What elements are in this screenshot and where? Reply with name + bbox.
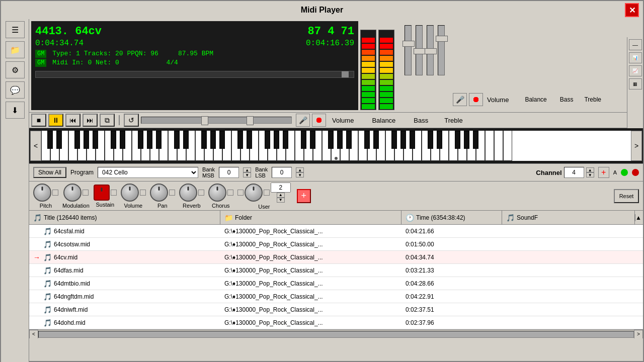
treble-slider-thumb[interactable] [436, 36, 448, 42]
white-key-46[interactable] [458, 131, 467, 161]
white-key-37[interactable] [376, 131, 385, 161]
transport-mic-button[interactable]: 🎤 [296, 114, 310, 127]
white-key-14[interactable] [168, 131, 177, 161]
white-key-5[interactable] [87, 131, 96, 161]
rs-btn4[interactable]: ▦ [629, 78, 642, 89]
white-key-24[interactable] [259, 131, 268, 161]
white-key-23[interactable] [250, 131, 259, 161]
white-key-29[interactable] [304, 131, 313, 161]
add-knob-button[interactable]: + [297, 189, 311, 203]
white-key-47[interactable] [467, 131, 476, 161]
bank-msb-input[interactable] [219, 167, 239, 178]
pitch-btn[interactable] [52, 190, 58, 196]
modulation-btn[interactable] [83, 190, 89, 196]
title-column-header[interactable]: 🎵 Title (126440 items) [29, 211, 220, 224]
file-row[interactable]: 🎵 64dniwft.mid G:\♦130000_Pop_Rock_Class… [29, 303, 643, 316]
white-key-12[interactable] [150, 131, 159, 161]
time-column-header[interactable]: 🕐 Time (6354:38:42) [401, 211, 502, 224]
white-key-41[interactable] [413, 131, 422, 161]
pause-button[interactable]: ⏸ [48, 114, 63, 127]
repeat-button[interactable]: ↺ [124, 114, 139, 127]
bank-msb-up[interactable]: ▲ [243, 167, 251, 172]
mic-button[interactable]: 🎤 [453, 93, 467, 106]
white-key-19[interactable] [213, 131, 222, 161]
file-row[interactable]: → 🎵 64cv.mid G:\♦130000_Pop_Rock_Classic… [29, 251, 643, 264]
white-key-49[interactable] [485, 131, 494, 161]
position-slider[interactable] [141, 117, 292, 124]
sidebar-download-btn[interactable]: ⬇ [6, 102, 25, 119]
bass-slider-thumb[interactable] [425, 48, 437, 54]
treble-slider[interactable] [438, 25, 445, 75]
volume-slider[interactable] [405, 25, 412, 75]
file-row[interactable]: 🎵 64csotsw.mid G:\♦130000_Pop_Rock_Class… [29, 238, 643, 251]
white-key-11[interactable] [141, 131, 150, 161]
pan-btn[interactable] [169, 190, 175, 196]
loop-button[interactable]: ⧉ [100, 114, 115, 127]
white-key-40[interactable] [404, 131, 413, 161]
white-key-7[interactable] [105, 131, 114, 161]
user-knob-btn[interactable] [264, 190, 270, 196]
balance-slider[interactable] [416, 25, 423, 75]
sidebar-menu-btn[interactable]: ☰ [6, 21, 25, 38]
pan-knob[interactable] [150, 184, 168, 202]
white-key-28[interactable] [295, 131, 304, 161]
white-key-30[interactable] [313, 131, 322, 161]
white-key-44[interactable] [440, 131, 449, 161]
stop-button[interactable]: ■ [31, 114, 46, 127]
white-key-33[interactable] [340, 131, 349, 161]
rs-btn1[interactable]: — [629, 39, 642, 50]
sidebar-settings-btn[interactable]: ⚙ [6, 61, 25, 78]
user-value-input[interactable]: 2 [271, 183, 291, 193]
piano-right-btn[interactable]: > [631, 131, 642, 161]
progress-bar[interactable] [35, 71, 354, 78]
pitch-knob[interactable] [33, 184, 51, 202]
white-key-51[interactable] [503, 131, 512, 161]
file-row[interactable]: 🎵 64dohd.mid G:\♦130000_Pop_Rock_Classic… [29, 316, 643, 329]
piano-left-btn[interactable]: < [30, 131, 41, 161]
channel-up[interactable]: ▲ [586, 167, 594, 172]
white-key-43[interactable] [431, 131, 440, 161]
file-row[interactable]: 🎵 64dfas.mid G:\♦130000_Pop_Rock_Classic… [29, 264, 643, 277]
bass-slider[interactable] [427, 25, 434, 75]
piano-keys[interactable] [41, 131, 631, 161]
volume-knob[interactable] [121, 184, 139, 202]
white-key-38[interactable] [385, 131, 394, 161]
volume-slider-thumb[interactable] [403, 41, 415, 47]
white-key-26[interactable] [277, 131, 286, 161]
close-button[interactable]: ✕ [625, 3, 639, 17]
volume-knob-btn[interactable] [140, 190, 146, 196]
white-key-13[interactable] [159, 131, 168, 161]
reverb-knob[interactable] [179, 184, 197, 202]
white-key-34[interactable] [349, 131, 358, 161]
white-key-32[interactable] [331, 131, 340, 161]
white-key-8[interactable] [114, 131, 123, 161]
add-instrument-button[interactable]: + [598, 167, 609, 178]
white-key-27[interactable] [286, 131, 295, 161]
white-key-31[interactable] [322, 131, 331, 161]
white-key-25[interactable] [268, 131, 277, 161]
channel-input[interactable] [564, 167, 584, 178]
white-key-45[interactable] [449, 131, 458, 161]
chorus-btn[interactable] [227, 190, 233, 196]
sf-column-header[interactable]: 🎵 SoundF [502, 211, 635, 224]
bank-lsb-up[interactable]: ▲ [296, 167, 304, 172]
user-knob[interactable] [245, 184, 263, 202]
hscroll-left-btn[interactable]: < [29, 330, 38, 339]
white-key-42[interactable] [422, 131, 431, 161]
prev-button[interactable]: ⏮ [65, 114, 80, 127]
white-key-1[interactable] [50, 131, 59, 161]
white-key-39[interactable] [394, 131, 404, 161]
white-key-2[interactable] [59, 131, 68, 161]
sustain-btn[interactable] [111, 190, 117, 196]
white-key-22[interactable] [240, 131, 250, 161]
transport-rec-button[interactable]: ⏺ [312, 114, 326, 127]
program-select[interactable]: 042 Cello [98, 167, 198, 178]
bank-lsb-input[interactable] [272, 167, 292, 178]
show-all-button[interactable]: Show All [33, 167, 66, 178]
hscroll-track[interactable] [38, 331, 634, 338]
bank-lsb-down[interactable]: ▼ [296, 172, 304, 177]
white-key-48[interactable] [476, 131, 485, 161]
user-value-down[interactable]: ▼ [277, 198, 285, 203]
sidebar-chat-btn[interactable]: 💬 [6, 81, 25, 99]
modulation-knob[interactable] [63, 184, 82, 202]
